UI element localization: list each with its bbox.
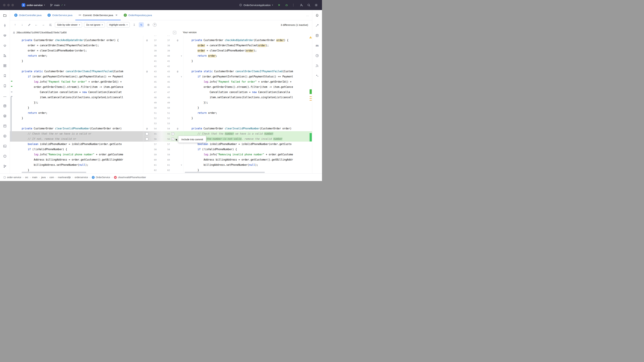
tool-window-button-services[interactable] — [2, 113, 8, 119]
settings-button[interactable] — [313, 2, 319, 8]
minimize-window-button[interactable] — [7, 4, 10, 6]
editor-tab-commit-orderservice-java[interactable]: Commit: OrderService.java✕ — [75, 10, 120, 20]
diff-left-line-42[interactable] — [10, 64, 143, 69]
diff-right-line-39[interactable]: order = clearInvalidPhoneNumber(order); — [184, 48, 312, 53]
search-everywhere-button[interactable] — [306, 2, 312, 8]
diff-left-line-55[interactable]: // Check that the nr we have is a valid … — [10, 131, 143, 136]
diff-dropdown-side-by-side-viewer[interactable]: Side-by-side viewer▾ — [55, 22, 82, 27]
include-checkbox-right-55[interactable]: ✓ — [171, 132, 174, 135]
collapse-unchanged-button[interactable] — [132, 22, 137, 27]
diff-left-line-38[interactable]: order = cancelOrderItemsIfPaymentFailed(… — [10, 43, 143, 48]
diff-right-line-43[interactable]: private static CustomerOrder cancelOrder… — [184, 69, 312, 74]
left-horizontal-scrollbar[interactable] — [22, 172, 86, 173]
maximize-window-button[interactable] — [12, 4, 14, 6]
tool-window-button-pull-request[interactable] — [2, 52, 8, 59]
diff-right-line-53[interactable] — [184, 121, 312, 126]
tool-window-button-ai-actions[interactable] — [314, 22, 320, 29]
diff-right-line-36[interactable] — [184, 36, 312, 38]
breadcrumb-item-orderservice[interactable]: COrderService — [92, 176, 110, 179]
diff-left-line-57[interactable]: boolean isValidPhoneNumber = isValidPhon… — [10, 142, 143, 147]
close-tab-icon[interactable]: ✕ — [115, 13, 118, 17]
tool-window-button-project[interactable] — [2, 12, 8, 19]
tool-window-button-bookmarks[interactable] — [2, 72, 8, 79]
diff-left-line-36[interactable] — [10, 36, 143, 38]
help-button[interactable]: ? — [153, 23, 156, 27]
diff-left-line-49[interactable]: }); — [10, 100, 143, 105]
run-button[interactable] — [276, 2, 282, 8]
diff-right-line-44[interactable]: if (order.getPaymentInformation().getPay… — [184, 74, 312, 79]
project-widget[interactable]: 0 order-service ▾ — [20, 2, 47, 8]
diff-right-line-49[interactable]: }); — [184, 100, 312, 105]
include-checkbox-right-56[interactable]: ✓ — [171, 138, 174, 141]
diff-dropdown-highlight-words[interactable]: Highlight words▾ — [107, 22, 130, 27]
diff-dropdown-do-not-ignore[interactable]: Do not ignore▾ — [84, 22, 105, 27]
tool-window-button-more[interactable]: … — [2, 93, 8, 99]
breadcrumb-item-clearinvalidphonenumber[interactable]: mclearInvalidPhoneNumber — [114, 176, 146, 179]
synchronize-scrolling-button[interactable] — [139, 22, 144, 27]
tool-window-button-database[interactable] — [2, 103, 8, 109]
diff-left-line-40[interactable]: return order; — [10, 53, 143, 58]
diff-right-line-50[interactable]: } — [184, 105, 312, 110]
tool-window-button-commit[interactable] — [2, 22, 8, 29]
diff-left-line-58[interactable]: if (!isValidPhoneNumber) { — [10, 147, 143, 152]
diff-right-line-52[interactable]: } — [184, 116, 312, 121]
left-vertical-scrollbar[interactable] — [10, 97, 12, 142]
right-horizontal-scrollbar[interactable] — [185, 172, 265, 173]
tab-options-button[interactable]: … — [306, 13, 309, 17]
breadcrumb-item-order-service[interactable]: order-service — [3, 176, 21, 179]
diff-right-line-48[interactable]: item.setCancellations(Collections.single… — [184, 95, 312, 100]
tool-window-button-database[interactable] — [314, 32, 320, 39]
diff-right-line-54[interactable]: private CustomerOrder clearInvalidPhoneN… — [184, 126, 312, 131]
breadcrumb-item-maritvandijk[interactable]: maritvandijk — [58, 176, 71, 179]
tool-window-button-structure[interactable] — [2, 62, 8, 69]
diff-right-line-59[interactable]: log.info("Removing invalid phone number"… — [184, 152, 312, 157]
tool-window-button-terminal[interactable] — [2, 143, 8, 150]
editor-tab-ordercontroller-java[interactable]: COrderController.java — [11, 10, 44, 20]
tool-window-button-notifications[interactable] — [314, 12, 320, 19]
tool-window-button-persistence[interactable] — [314, 62, 320, 69]
diff-left-line-37[interactable]: private CustomerOrder checkAndUpdateOrde… — [10, 38, 143, 43]
diff-right-line-41[interactable]: } — [184, 58, 312, 64]
diff-settings-button[interactable] — [146, 22, 151, 27]
diff-left-line-46[interactable]: order.getOrderItems().stream().filter(it… — [10, 84, 143, 90]
editor-tab-orderrepository-java[interactable]: IOrderRepository.java — [121, 10, 155, 20]
diff-right-line-46[interactable]: order.getOrderItems().stream().filter(it… — [184, 84, 312, 90]
diff-left-line-61[interactable]: billingAddress.setPhoneNumber(null); — [10, 162, 143, 168]
tool-window-button-todo[interactable] — [2, 123, 8, 129]
breadcrumb-item-orderservice[interactable]: orderservice — [75, 176, 88, 179]
tool-window-button-ai-assistant[interactable] — [314, 72, 320, 79]
diff-right-line-45[interactable]: log.info("Payment failed for order" + or… — [184, 79, 312, 84]
diff-left-line-48[interactable]: item.setCancellations(Collections.single… — [10, 95, 143, 100]
diff-right-line-58[interactable]: if (!isValidPhoneNumber) { — [184, 147, 312, 152]
edit-source-button[interactable] — [27, 22, 32, 27]
diff-right-line-60[interactable]: Address billingAddress = order.getCustom… — [184, 157, 312, 162]
debug-button[interactable] — [284, 2, 290, 8]
diff-left-line-47[interactable]: Cancellation cancellation = new Cancella… — [10, 90, 143, 95]
breadcrumb-item-com[interactable]: com — [50, 176, 54, 179]
breadcrumb-item-main[interactable]: main — [32, 176, 37, 179]
tool-window-button-maven[interactable]: m — [314, 42, 320, 49]
diff-right-line-40[interactable]: return order; — [184, 53, 312, 58]
diff-left-line-43[interactable]: private static CustomerOrder cancelOrder… — [10, 69, 143, 74]
tool-window-button-learn[interactable] — [2, 32, 8, 39]
diff-left-line-54[interactable]: private CustomerOrder clearInvalidPhoneN… — [10, 126, 143, 131]
diff-right-line-51[interactable]: return order; — [184, 110, 312, 116]
include-checkbox-left-55[interactable] — [146, 132, 148, 135]
forward-button[interactable]: → — [41, 22, 46, 27]
tool-window-button-version-control[interactable] — [2, 163, 8, 170]
diff-right-line-38[interactable]: order = cancelOrderItemsIfPaymentFailed(… — [184, 43, 312, 48]
tool-window-button-run[interactable] — [2, 133, 8, 140]
branch-widget[interactable]: main ↗ ▾ — [48, 3, 67, 7]
diff-right-line-47[interactable]: Cancellation cancellation = new Cancella… — [184, 90, 312, 95]
diff-left-line-44[interactable]: if (order.getPaymentInformation().getPay… — [10, 74, 143, 79]
diff-left-line-59[interactable]: log.info("Removing invalid phone number"… — [10, 152, 143, 157]
diff-right-line-61[interactable]: billingAddress.setPhoneNumber(null); — [184, 162, 312, 168]
diff-left-line-41[interactable]: } — [10, 58, 143, 64]
more-actions-button[interactable]: … — [291, 2, 297, 8]
tool-window-button-problems[interactable] — [2, 153, 8, 160]
diff-right-line-37[interactable]: private CustomerOrder checkAndUpdateOrde… — [184, 38, 312, 43]
tool-window-button-device-manager[interactable] — [2, 82, 8, 89]
fold-chevron[interactable]: ∨ — [180, 162, 183, 168]
diff-left-line-53[interactable] — [10, 121, 143, 126]
diff-left-line-52[interactable]: } — [10, 116, 143, 121]
